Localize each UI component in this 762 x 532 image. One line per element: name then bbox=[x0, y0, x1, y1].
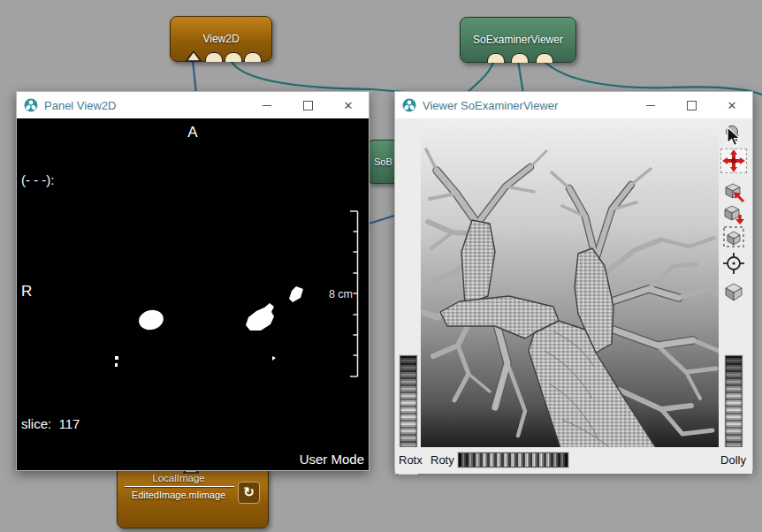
viewer-soexaminerviewer-window: Viewer SoExaminerViewer ✕ bbox=[394, 91, 753, 471]
connector-icon[interactable] bbox=[205, 52, 223, 62]
set-center-icon bbox=[722, 252, 745, 275]
edge-teal-examiner-right bbox=[543, 60, 762, 95]
connector-icon[interactable] bbox=[487, 53, 505, 63]
minimize-icon bbox=[263, 105, 271, 106]
view-mode-button[interactable] bbox=[720, 148, 747, 173]
viewer-bottom-bar: Rotx Roty Dolly bbox=[395, 447, 752, 474]
mevislab-logo-icon bbox=[402, 98, 416, 112]
node-soexaminerviewer-label: SoExaminerViewer bbox=[473, 34, 563, 46]
edge-blue-view2d bbox=[193, 60, 196, 94]
maximize-button[interactable] bbox=[287, 92, 328, 118]
render-viewport[interactable] bbox=[421, 119, 719, 448]
orientation-left-label: R bbox=[21, 283, 32, 300]
slice-info-block: slice: 117 Timepoint: 0 240,146,323,1,1 … bbox=[21, 380, 128, 470]
edge-teal-view2d bbox=[231, 60, 415, 93]
mode-info-block: User Mode Scan: LUT C/W: -0.772 / 0.945 bbox=[221, 415, 364, 470]
close-button[interactable]: ✕ bbox=[328, 92, 369, 118]
node-localimage-filename: EditedImage.mlimage bbox=[121, 490, 236, 500]
minimize-button[interactable] bbox=[630, 92, 671, 118]
panel-titlebar[interactable]: Panel View2D ✕ bbox=[17, 92, 369, 118]
edge-teal-examiner-mid bbox=[518, 60, 523, 94]
camera-type-button[interactable] bbox=[720, 279, 747, 304]
node-localimage-title: LocalImage bbox=[121, 473, 236, 483]
close-button[interactable]: ✕ bbox=[712, 92, 752, 118]
dolly-label: Dolly bbox=[720, 453, 746, 467]
view-all-icon bbox=[722, 202, 745, 225]
window-title: Viewer SoExaminerViewer bbox=[423, 99, 558, 112]
connector-icon[interactable] bbox=[225, 52, 242, 62]
minimize-icon bbox=[646, 105, 655, 106]
mouse-cursor-icon bbox=[727, 126, 743, 148]
connector-icon[interactable] bbox=[536, 53, 553, 63]
viewer-body: Rotx Roty Dolly bbox=[395, 118, 752, 470]
home-button[interactable] bbox=[720, 224, 747, 249]
bronchial-tree-render bbox=[421, 119, 719, 448]
seek-button[interactable] bbox=[720, 179, 747, 204]
rotx-label: Rotx bbox=[399, 453, 423, 467]
node-soexaminerviewer[interactable]: SoExaminerViewer bbox=[460, 17, 576, 63]
window-title: Panel View2D bbox=[44, 99, 116, 112]
divider bbox=[125, 486, 234, 487]
home-icon bbox=[722, 225, 745, 248]
voxel-value-label: (- - -): bbox=[21, 171, 54, 189]
roty-label: Roty bbox=[431, 453, 454, 467]
user-mode-label: User Mode bbox=[221, 451, 364, 468]
orientation-top-label: A bbox=[17, 124, 369, 141]
view-mode-icon bbox=[722, 149, 745, 172]
node-view2d[interactable]: View2D bbox=[170, 16, 272, 62]
set-center-button[interactable] bbox=[720, 251, 747, 276]
camera-type-icon bbox=[722, 280, 745, 303]
maximize-icon bbox=[687, 101, 697, 110]
maximize-button[interactable] bbox=[671, 92, 712, 118]
input-connector-icon[interactable] bbox=[186, 51, 202, 62]
minimize-button[interactable] bbox=[247, 92, 287, 118]
timepoint: Timepoint: 0 bbox=[21, 468, 128, 470]
slice-number: slice: 117 bbox=[21, 415, 128, 433]
connector-icon[interactable] bbox=[244, 52, 262, 62]
seek-icon bbox=[722, 180, 745, 203]
node-sob-label: SoB bbox=[374, 156, 392, 167]
ruler-label: 8 cm bbox=[329, 288, 353, 300]
connector-icon[interactable] bbox=[511, 53, 529, 63]
slice-viewport[interactable]: 8 cm A (- - -): R slice: 117 Timepoint: … bbox=[17, 118, 369, 470]
edge-teal-examiner-left bbox=[466, 60, 494, 94]
view-all-button[interactable] bbox=[720, 201, 747, 226]
mevislab-logo-icon bbox=[24, 98, 38, 112]
reload-button[interactable]: ↻ bbox=[238, 482, 260, 504]
viewer-titlebar[interactable]: Viewer SoExaminerViewer ✕ bbox=[395, 92, 752, 118]
node-view2d-label: View2D bbox=[202, 33, 239, 45]
panel-view2d-window: Panel View2D ✕ 8 cm A (- - -): R slice: … bbox=[16, 91, 370, 471]
maximize-icon bbox=[303, 101, 313, 110]
rot-thumbwheel[interactable] bbox=[458, 452, 568, 467]
node-localimage[interactable]: LocalImage EditedImage.mlimage ↻ bbox=[117, 466, 269, 528]
